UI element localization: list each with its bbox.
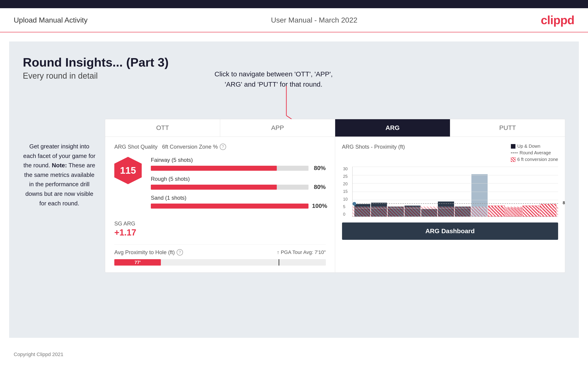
chart-wrapper: 30 25 20 15 10 5 0	[352, 167, 558, 217]
legend-item-6ft: 6 ft conversion zone	[511, 157, 558, 162]
help-icon[interactable]: ?	[220, 144, 226, 150]
arg-dashboard-button[interactable]: ARG Dashboard	[342, 223, 558, 240]
round-avg-line: 8	[353, 203, 558, 204]
grid-line-15	[353, 192, 558, 192]
proximity-cursor	[279, 259, 279, 266]
shot-label-fairway: Fairway (5 shots)	[151, 157, 326, 163]
chart-title: ARG Shots - Proximity (ft)	[342, 144, 405, 150]
chart-header: ARG Shots - Proximity (ft) Up & Down Rou…	[342, 144, 558, 162]
hexagon-value: 115	[120, 165, 136, 176]
proximity-section: Avg Proximity to Hole (ft) ? ↑ PGA Tour …	[114, 244, 326, 266]
sg-label: SG ARG	[114, 220, 326, 227]
shot-pct-fairway: 80%	[312, 165, 326, 172]
conversion-zone	[353, 207, 558, 217]
proximity-title: Avg Proximity to Hole (ft) ?	[114, 249, 183, 256]
clippd-logo: clippd	[541, 13, 574, 27]
hexagon-container: 115 Fairway (5 shots) 80%	[114, 157, 326, 214]
six-ft-label: 6ft Conversion Zone % ?	[162, 144, 226, 150]
footer: Copyright Clippd 2021	[0, 347, 588, 362]
legend-hatched	[511, 157, 515, 162]
shot-bar-fairway: 80%	[151, 165, 326, 172]
shot-label-rough: Rough (5 shots)	[151, 176, 326, 182]
tab-bar: OTT APP ARG PUTT	[105, 119, 565, 137]
tab-arg[interactable]: ARG	[335, 119, 450, 137]
shot-bar-rough: 80%	[151, 184, 326, 191]
shot-pct-sand: 100%	[312, 202, 326, 209]
header: Upload Manual Activity User Manual - Mar…	[0, 8, 588, 32]
main-content: Round Insights... (Part 3) Every round i…	[9, 42, 579, 338]
legend-square-dark	[511, 144, 515, 149]
tab-app[interactable]: APP	[220, 119, 335, 137]
side-note: Get greater insight into each facet of y…	[23, 142, 96, 208]
shot-row-sand: Sand (1 shots) 100%	[151, 195, 326, 209]
proximity-help-icon[interactable]: ?	[177, 249, 183, 256]
shot-quality-title: ARG Shot Quality	[114, 144, 157, 150]
chart-legend: Up & Down Round Average 6 ft conversion …	[511, 144, 558, 162]
shots-list: Fairway (5 shots) 80% Rough (5 shots)	[151, 157, 326, 214]
tab-putt[interactable]: PUTT	[450, 119, 565, 137]
legend-label-avg: Round Average	[519, 150, 551, 155]
round-insights-panel: OTT APP ARG PUTT ARG Shot Quality 6ft Co…	[105, 119, 565, 273]
panel-body: ARG Shot Quality 6ft Conversion Zone % ?…	[105, 137, 565, 272]
top-bar	[0, 0, 588, 8]
proximity-value: 77'	[134, 260, 140, 265]
shot-bar-fill-sand	[151, 204, 309, 209]
proximity-header: Avg Proximity to Hole (ft) ? ↑ PGA Tour …	[114, 249, 326, 256]
left-panel: ARG Shot Quality 6ft Conversion Zone % ?…	[105, 137, 335, 272]
legend-item-updown: Up & Down	[511, 144, 558, 149]
shot-pct-rough: 80%	[312, 184, 326, 191]
instruction-text: Click to navigate between 'OTT', 'APP','…	[215, 69, 333, 89]
y-axis: 30 25 20 15 10 5 0	[343, 167, 348, 217]
shot-bar-sand: 100%	[151, 202, 326, 209]
legend-label-updown: Up & Down	[517, 144, 540, 149]
shot-bar-bg-rough	[151, 185, 309, 190]
avg-dot	[353, 202, 356, 206]
sg-value: +1.17	[114, 228, 326, 238]
legend-item-avg: Round Average	[511, 150, 558, 155]
shot-label-sand: Sand (1 shots)	[151, 195, 326, 201]
shot-bar-fill-rough	[151, 185, 277, 190]
copyright: Copyright Clippd 2021	[14, 351, 63, 357]
tab-ott[interactable]: OTT	[105, 119, 220, 137]
avg-value: 8	[563, 200, 565, 205]
upload-manual-label: Upload Manual Activity	[14, 16, 88, 24]
right-panel: ARG Shots - Proximity (ft) Up & Down Rou…	[335, 137, 565, 272]
proximity-bar-bg: 77'	[114, 259, 326, 266]
chart-area: 8	[352, 167, 558, 217]
grid-line-20	[353, 183, 558, 184]
user-manual-label: User Manual - March 2022	[271, 16, 357, 24]
hexagon-badge: 115	[114, 157, 142, 184]
shot-bar-fill-fairway	[151, 166, 277, 171]
grid-line-25	[353, 175, 558, 175]
shot-row-fairway: Fairway (5 shots) 80%	[151, 157, 326, 172]
shot-row-rough: Rough (5 shots) 80%	[151, 176, 326, 191]
grid-line-10	[353, 200, 558, 200]
shot-bar-bg-sand	[151, 204, 309, 209]
legend-label-6ft: 6 ft conversion zone	[517, 157, 558, 162]
shot-quality-header: ARG Shot Quality 6ft Conversion Zone % ?	[114, 144, 326, 150]
legend-dashed	[511, 152, 518, 153]
proximity-bar-fill: 77'	[114, 259, 161, 266]
page-title: Round Insights... (Part 3)	[23, 55, 565, 69]
shot-bar-bg-fairway	[151, 166, 309, 171]
proximity-avg: ↑ PGA Tour Avg: 7'10"	[277, 249, 326, 255]
sg-section: SG ARG +1.17	[114, 220, 326, 238]
